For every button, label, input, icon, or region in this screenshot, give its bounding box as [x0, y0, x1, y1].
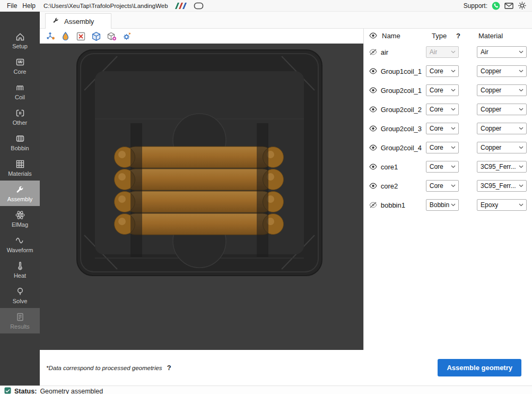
- material-select[interactable]: 3C95_Ferr...: [477, 161, 527, 173]
- sidebar-item-bobbin[interactable]: Bobbin: [0, 130, 40, 155]
- sine-wave-icon: [15, 235, 25, 246]
- thermometer-icon: [15, 261, 25, 271]
- geometry-name: core2: [381, 182, 426, 190]
- visibility-eye-icon[interactable]: [369, 183, 377, 189]
- visibility-eye-icon[interactable]: [369, 87, 377, 93]
- sidebar-item-setup[interactable]: Setup: [0, 28, 40, 53]
- materials-grid-icon: [15, 159, 25, 169]
- position-axes-icon[interactable]: [44, 30, 56, 42]
- tab-assembly[interactable]: Assembly: [45, 13, 111, 29]
- geometry-name: air: [381, 48, 426, 56]
- column-header-material: Material: [478, 32, 503, 40]
- material-select[interactable]: Air: [477, 46, 527, 58]
- table-row: Group2coil_2 Core Copper: [369, 100, 527, 119]
- visibility-hidden-eye-icon[interactable]: [369, 202, 377, 208]
- visibility-hidden-eye-icon[interactable]: [369, 49, 377, 55]
- sidebar-item-other[interactable]: Other: [0, 104, 40, 130]
- table-row: air Air Air: [369, 42, 527, 62]
- sidebar-item-label: Core: [14, 69, 27, 75]
- menu-file[interactable]: File: [4, 2, 20, 10]
- droplet-icon[interactable]: [59, 30, 72, 42]
- sidebar-item-label: Results: [10, 324, 30, 330]
- table-row: core1 Core 3C95_Ferr...: [369, 157, 527, 176]
- visibility-eye-icon[interactable]: [369, 125, 377, 132]
- sidebar-item-label: Assembly: [7, 196, 33, 202]
- table-row: Group2coil_3 Core Copper: [369, 119, 527, 138]
- sidebar-item-label: Other: [13, 120, 28, 126]
- rounded-square-logo: [194, 2, 204, 10]
- project-path: C:\Users\XeuTap\TrafoloProjects\LandingW…: [43, 3, 168, 9]
- type-select[interactable]: Core: [426, 161, 459, 173]
- sidebar-item-core[interactable]: Core: [0, 53, 40, 79]
- sidebar-item-label: ElMag: [12, 222, 28, 228]
- type-help-icon[interactable]: ?: [456, 32, 466, 40]
- type-select[interactable]: Core: [426, 123, 459, 134]
- tab-bar: Assembly: [40, 12, 532, 29]
- sidebar-item-assembly[interactable]: Assembly: [0, 181, 40, 206]
- assemble-geometry-button[interactable]: Assemble geometry: [438, 359, 521, 376]
- geometry-name: bobbin1: [381, 201, 426, 209]
- footnote-help-icon[interactable]: ?: [167, 364, 171, 372]
- tab-label: Assembly: [64, 18, 94, 25]
- other-components-icon: [15, 108, 25, 118]
- geometry-name: core1: [381, 163, 426, 171]
- sidebar-item-coil[interactable]: Coil: [0, 79, 40, 104]
- visibility-column-eye-icon: [369, 32, 382, 39]
- menu-help[interactable]: Help: [20, 2, 38, 10]
- bobbin-icon: [15, 133, 25, 144]
- sidebar-item-waveform[interactable]: Waveform: [0, 232, 40, 257]
- material-select[interactable]: Copper: [477, 104, 527, 115]
- delete-selection-icon[interactable]: [75, 30, 87, 42]
- type-select[interactable]: Core: [426, 65, 459, 77]
- sidebar-item-label: Heat: [14, 273, 26, 279]
- material-select[interactable]: Copper: [477, 142, 527, 153]
- left-navigation-sidebar: Setup Core Coil Other: [0, 12, 40, 386]
- sidebar-item-results[interactable]: Results: [0, 308, 40, 333]
- geometry-name: Group1coil_1: [381, 67, 426, 75]
- table-header: Name Type ? Material: [369, 29, 527, 42]
- geometry-name: Group2coil_3: [381, 125, 426, 133]
- transformer-assembly-render: [40, 44, 363, 350]
- type-select[interactable]: Core: [426, 142, 459, 153]
- table-row: Group2coil_4 Core Copper: [369, 138, 527, 157]
- core-icon: [15, 57, 25, 67]
- cube-icon[interactable]: [90, 30, 102, 42]
- sidebar-item-elmag[interactable]: ElMag: [0, 206, 40, 232]
- cube-highlight-icon[interactable]: [106, 30, 118, 42]
- geometry-name: Group2coil_2: [381, 106, 426, 114]
- type-select[interactable]: Bobbin: [426, 199, 459, 211]
- visibility-eye-icon[interactable]: [369, 164, 377, 170]
- sidebar-item-label: Setup: [12, 44, 28, 49]
- top-menu-bar: File Help C:\Users\XeuTap\TrafoloProject…: [0, 0, 532, 12]
- type-select[interactable]: Core: [426, 104, 459, 115]
- type-select[interactable]: Core: [426, 84, 459, 96]
- sidebar-item-materials[interactable]: Materials: [0, 155, 40, 181]
- sidebar-item-heat[interactable]: Heat: [0, 257, 40, 282]
- data-note: *Data correspond to processed geometries: [46, 365, 162, 371]
- email-icon[interactable]: [504, 3, 513, 9]
- atom-icon: [15, 210, 25, 220]
- material-select[interactable]: 3C95_Ferr...: [477, 180, 527, 192]
- sidebar-item-label: Solve: [13, 298, 28, 304]
- visibility-eye-icon[interactable]: [369, 68, 377, 74]
- column-header-type: Type: [432, 32, 456, 40]
- material-select[interactable]: Copper: [477, 123, 527, 134]
- status-label: Status:: [14, 386, 37, 394]
- status-icon: [4, 387, 11, 394]
- material-select[interactable]: Epoxy: [477, 199, 527, 211]
- geometry-table-panel: Name Type ? Material air Air: [363, 29, 532, 350]
- sidebar-item-solve[interactable]: Solve: [0, 282, 40, 308]
- support-area: Support:: [464, 1, 527, 10]
- material-select[interactable]: Copper: [477, 84, 527, 96]
- sidebar-item-label: Waveform: [7, 247, 33, 253]
- material-select[interactable]: Copper: [477, 65, 527, 77]
- footer-bar: *Data correspond to processed geometries…: [40, 350, 532, 386]
- settings-icon[interactable]: [518, 1, 527, 10]
- visibility-eye-icon[interactable]: [369, 144, 377, 151]
- gear-rotate-icon[interactable]: [121, 30, 133, 42]
- type-select[interactable]: Air: [426, 46, 459, 58]
- whatsapp-icon[interactable]: [492, 2, 500, 10]
- visibility-eye-icon[interactable]: [369, 106, 377, 113]
- type-select[interactable]: Core: [426, 180, 459, 192]
- 3d-viewport[interactable]: [40, 44, 363, 350]
